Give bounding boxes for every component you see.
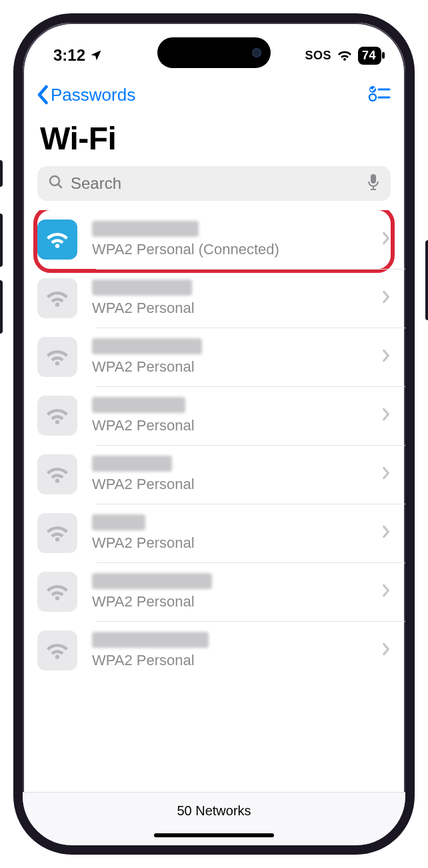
network-row[interactable]: WPA2 Personal [23, 386, 405, 445]
network-name-redacted [92, 573, 212, 589]
battery-indicator: 74 [358, 47, 381, 65]
network-security: WPA2 Personal [92, 593, 375, 610]
wifi-icon [37, 220, 77, 260]
chevron-right-icon [375, 348, 391, 366]
network-count: 50 Networks [177, 803, 251, 818]
phone-volume-up [0, 213, 3, 267]
network-name-redacted [92, 338, 202, 354]
chevron-right-icon [375, 466, 391, 483]
network-name-redacted [92, 221, 199, 237]
phone-frame: 3:12 SOS 74 Passwords [13, 13, 415, 855]
mic-icon[interactable] [367, 173, 380, 193]
status-time: 3:12 [53, 46, 85, 65]
network-text: WPA2 Personal [92, 632, 375, 669]
wifi-icon [37, 396, 77, 436]
nav-bar: Passwords [23, 76, 405, 113]
edit-list-button[interactable] [368, 84, 391, 105]
chevron-right-icon [375, 642, 391, 659]
home-indicator[interactable] [154, 833, 274, 837]
phone-volume-down [0, 280, 3, 334]
wifi-icon [37, 454, 77, 494]
status-bar: 3:12 SOS 74 [23, 23, 405, 76]
chevron-right-icon [375, 290, 391, 307]
network-security: WPA2 Personal [92, 300, 375, 317]
network-row[interactable]: WPA2 Personal [23, 562, 405, 621]
network-row[interactable]: WPA2 Personal [23, 269, 405, 328]
chevron-right-icon [375, 407, 391, 424]
network-security: WPA2 Personal [92, 417, 375, 434]
chevron-right-icon [375, 524, 391, 542]
search-icon [48, 174, 64, 193]
sos-indicator: SOS [305, 49, 331, 63]
network-security: WPA2 Personal [92, 358, 375, 376]
network-text: WPA2 Personal [92, 456, 375, 493]
page-title: Wi-Fi [23, 113, 405, 166]
network-row-connected[interactable]: WPA2 Personal (Connected) [23, 210, 405, 269]
wifi-icon [37, 278, 77, 318]
network-text: WPA2 Personal [92, 280, 375, 317]
network-security: WPA2 Personal [92, 534, 375, 552]
wifi-icon [37, 572, 77, 612]
network-row[interactable]: WPA2 Personal [23, 504, 405, 562]
network-count-footer: 50 Networks [23, 792, 405, 845]
network-text: WPA2 Personal (Connected) [92, 221, 375, 258]
network-row[interactable]: WPA2 Personal [23, 328, 405, 386]
wifi-icon [37, 513, 77, 553]
network-text: WPA2 Personal [92, 397, 375, 434]
svg-line-5 [58, 184, 61, 187]
chevron-right-icon [375, 583, 391, 600]
network-row[interactable]: WPA2 Personal [23, 445, 405, 504]
back-label: Passwords [51, 85, 135, 105]
network-text: WPA2 Personal [92, 338, 375, 376]
chevron-right-icon [375, 231, 391, 248]
phone-silent-switch [0, 160, 3, 187]
network-name-redacted [92, 632, 209, 648]
search-bar[interactable] [37, 166, 391, 201]
svg-rect-6 [371, 174, 376, 183]
svg-point-2 [369, 94, 376, 101]
network-name-redacted [92, 280, 192, 296]
network-name-redacted [92, 397, 185, 413]
phone-power-button [425, 240, 428, 320]
location-icon [89, 49, 103, 62]
network-text: WPA2 Personal [92, 573, 375, 610]
back-button[interactable]: Passwords [37, 85, 135, 105]
wifi-icon [37, 630, 77, 671]
network-name-redacted [92, 514, 145, 530]
network-name-redacted [92, 456, 172, 472]
network-security: WPA2 Personal (Connected) [92, 241, 375, 258]
network-security: WPA2 Personal [92, 652, 375, 669]
network-list[interactable]: WPA2 Personal (Connected)WPA2 PersonalWP… [23, 210, 405, 792]
network-text: WPA2 Personal [92, 514, 375, 552]
network-security: WPA2 Personal [92, 476, 375, 493]
network-row[interactable]: WPA2 Personal [23, 621, 405, 680]
search-input[interactable] [71, 174, 360, 193]
wifi-status-icon [337, 49, 353, 62]
wifi-icon [37, 337, 77, 377]
